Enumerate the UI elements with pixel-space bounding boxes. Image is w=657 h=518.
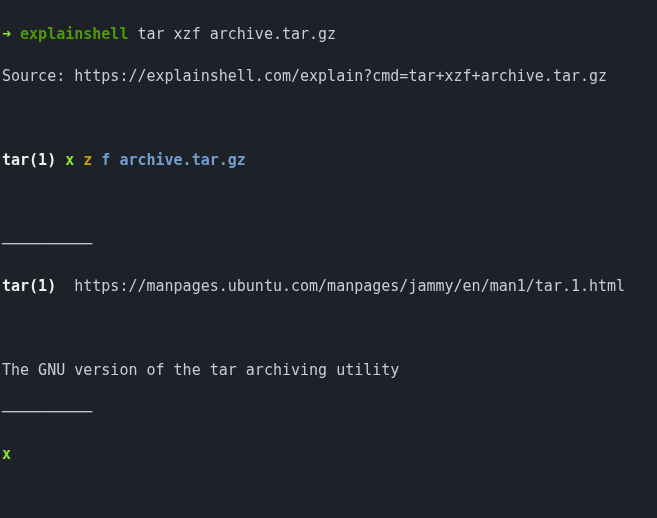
section-tar-name: tar(1)	[2, 277, 56, 295]
header-z: z	[83, 151, 92, 169]
source-url: https://explainshell.com/explain?cmd=tar…	[74, 67, 607, 85]
header-tar: tar(1)	[2, 151, 56, 169]
prompt-arrow-icon: ➜	[2, 25, 11, 43]
blank-line	[2, 192, 655, 213]
blank-line	[2, 486, 655, 507]
blank-line	[2, 318, 655, 339]
section-tar-desc: The GNU version of the tar archiving uti…	[2, 360, 655, 381]
header-f: f archive.tar.gz	[101, 151, 246, 169]
divider: ──────────	[2, 234, 655, 255]
terminal-output: ➜ explainshell tar xzf archive.tar.gz So…	[0, 0, 657, 518]
section-tar-header: tar(1) https://manpages.ubuntu.com/manpa…	[2, 276, 655, 297]
blank-line	[2, 108, 655, 129]
prompt-line: ➜ explainshell tar xzf archive.tar.gz	[2, 24, 655, 45]
divider: ──────────	[2, 402, 655, 423]
prompt-command: tar xzf archive.tar.gz	[137, 25, 336, 43]
prompt-program: explainshell	[20, 25, 128, 43]
source-label: Source:	[2, 67, 74, 85]
section-x-header: x	[2, 444, 655, 465]
header-x: x	[65, 151, 74, 169]
header-line: tar(1) x z f archive.tar.gz	[2, 150, 655, 171]
section-tar-url: https://manpages.ubuntu.com/manpages/jam…	[74, 277, 625, 295]
source-line: Source: https://explainshell.com/explain…	[2, 66, 655, 87]
section-x-name: x	[2, 445, 11, 463]
